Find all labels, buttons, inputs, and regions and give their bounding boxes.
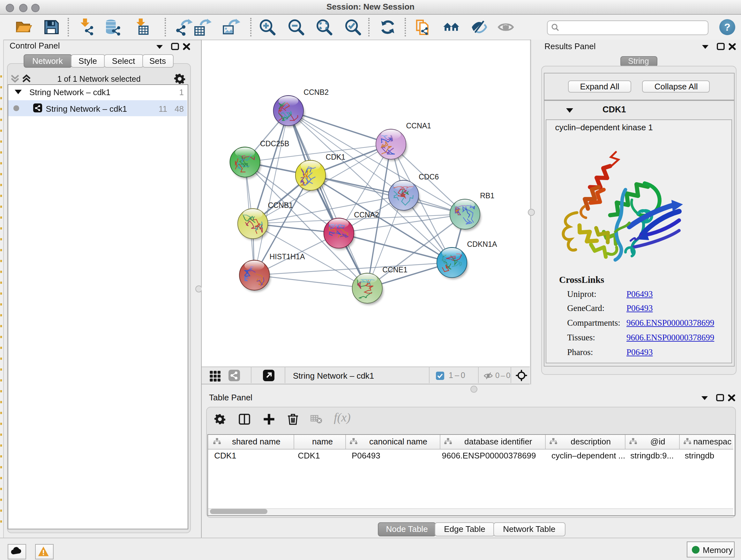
svg-text:CCNE1: CCNE1 [382, 266, 407, 274]
svg-text:CCNB2: CCNB2 [303, 88, 328, 97]
svg-text:CCNB1: CCNB1 [267, 201, 293, 210]
svg-text:CDC25B: CDC25B [260, 140, 289, 148]
svg-text:CDK1: CDK1 [325, 153, 345, 161]
svg-text:CCNA1: CCNA1 [406, 122, 431, 130]
svg-text:RB1: RB1 [480, 192, 494, 200]
svg-text:CCNA2: CCNA2 [354, 211, 379, 219]
svg-text:CDC6: CDC6 [418, 173, 439, 181]
svg-text:CDKN1A: CDKN1A [467, 240, 497, 249]
svg-text:HIST1H1A: HIST1H1A [269, 253, 305, 261]
